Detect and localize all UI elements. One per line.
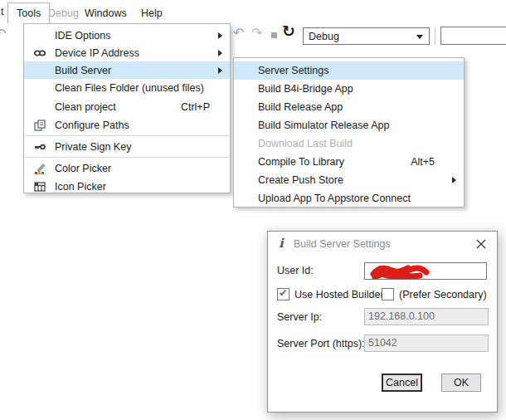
key-icon [32,139,47,154]
ok-button[interactable]: OK [441,374,481,392]
prefer-secondary-checkbox[interactable] [382,288,394,300]
menu-shortcut: Alt+5 [411,156,435,168]
menu-separator [25,135,229,136]
user-id-label: User Id: [277,265,314,276]
menu-item-download-last-build: Download Last Build [234,134,464,153]
menu-item-label: IDE Options [55,30,110,42]
server-port-label: Server Port (https): [277,338,365,349]
menu-item-device-ip-address[interactable]: Device IP Address [24,44,230,61]
submenu-arrow-icon [452,177,456,183]
cancel-button[interactable]: Cancel [382,374,422,392]
check-icon [280,289,286,296]
server-port-value: 51042 [368,337,397,349]
submenu-arrow-icon [218,67,222,74]
menu-item-clean-files-folder[interactable]: Clean Files Folder (unused files) [24,79,230,97]
color-picker-icon [32,161,47,176]
menu-item-label: Build Server [55,65,111,76]
undo-icon[interactable]: ↶ [233,27,244,40]
server-port-input: 51042 [364,335,489,352]
prefer-secondary-label: (Prefer Secondary) [399,289,487,300]
menu-item-label: Clean Files Folder (unused files) [55,82,204,94]
menu-item-label: Upload App To Appstore Connect [258,193,411,204]
app-window: t Tools Debug Windows Help ↶ ↶ ↷ ↻ Debug… [0,0,506,420]
build-server-settings-dialog: i Build Server Settings User Id: Use Hos… [267,231,498,413]
menu-item-label: Clean project [55,101,116,113]
menu-item-color-picker[interactable]: Color Picker [24,159,230,178]
menu-tools-label: Tools [17,7,41,19]
menu-item-configure-paths[interactable]: Configure Paths [24,116,230,134]
menu-item-build-b4i-bridge-app[interactable]: Build B4i-Bridge App [234,80,464,98]
menu-help-label: Help [141,7,163,19]
dialog-titlebar[interactable]: i Build Server Settings [268,232,497,256]
redaction-scribble-icon [367,262,450,280]
build-configuration-value: Debug [309,31,339,42]
stop-icon[interactable] [271,32,277,38]
link-icon [32,46,47,61]
tools-dropdown-menu: IDE Options Device IP Address Build Serv… [23,23,231,193]
use-hosted-builder-label: Use Hosted Builder [294,289,384,300]
menu-item-label: Create Push Store [258,174,343,186]
menu-windows[interactable]: Windows [76,2,135,23]
menu-shortcut: Ctrl+P [181,101,210,113]
menu-item-create-push-store[interactable]: Create Push Store [234,171,464,189]
partial-undo-icon: ↶ [0,27,6,41]
menu-item-label: Icon Picker [55,181,106,193]
menu-windows-label: Windows [85,7,127,19]
build-configuration-select[interactable]: Debug [303,27,430,45]
menu-item-label: Compile To Library [258,156,344,168]
cancel-button-label: Cancel [386,377,418,388]
icon-picker-icon [32,179,47,194]
paths-icon [32,118,47,133]
menu-item-label: Color Picker [55,163,111,174]
menu-item-ide-options[interactable]: IDE Options [24,27,230,44]
build-server-submenu: Server Settings Build B4i-Bridge App Bui… [233,57,465,208]
info-icon: i [279,236,284,251]
toolbar-search-input[interactable] [440,27,506,45]
redo-icon[interactable]: ↷ [251,27,262,40]
menu-item-label: Server Settings [258,65,328,76]
close-icon[interactable] [474,237,489,252]
user-id-input[interactable] [364,262,487,280]
menu-item-label: Private Sign Key [55,141,131,153]
menu-item-label: Build Simulator Release App [258,120,389,131]
menu-item-label: Build Release App [258,101,343,113]
dialog-title: Build Server Settings [294,238,391,250]
server-ip-label: Server Ip: [277,311,322,323]
submenu-arrow-icon [218,50,222,56]
menu-item-private-sign-key[interactable]: Private Sign Key [24,138,230,156]
menu-bar: t Tools Debug Windows Help [0,0,506,23]
server-ip-input: 192.168.0.100 [364,308,489,325]
menu-item-clean-project[interactable]: Clean project Ctrl+P [24,97,230,116]
restart-icon[interactable]: ↻ [282,25,295,38]
chevron-down-icon [416,35,423,39]
menu-item-label: Download Last Build [258,138,353,149]
menu-separator [25,157,229,158]
ok-button-label: OK [454,377,469,388]
menu-help[interactable]: Help [133,2,171,23]
menu-item-icon-picker[interactable]: Icon Picker [24,178,230,195]
partial-menu-item: t [1,6,3,17]
menu-item-build-release-app[interactable]: Build Release App [234,98,464,116]
menu-item-compile-to-library[interactable]: Compile To Library Alt+5 [234,153,464,171]
menu-item-build-simulator-release-app[interactable]: Build Simulator Release App [234,116,464,134]
server-ip-value: 192.168.0.100 [368,310,435,322]
menu-item-build-server[interactable]: Build Server [24,61,230,79]
use-hosted-builder-checkbox[interactable] [277,288,289,300]
menu-item-label: Configure Paths [55,120,129,131]
menu-item-label: Build B4i-Bridge App [258,83,353,95]
menu-tools[interactable]: Tools [7,2,50,23]
toolbar-separator [435,27,435,45]
submenu-arrow-icon [218,32,222,39]
menu-item-upload-app-to-appstore-connect[interactable]: Upload App To Appstore Connect [234,189,464,208]
menu-item-label: Device IP Address [55,47,139,59]
menu-debug-label: Debug [48,7,79,19]
menu-item-server-settings[interactable]: Server Settings [234,61,464,80]
